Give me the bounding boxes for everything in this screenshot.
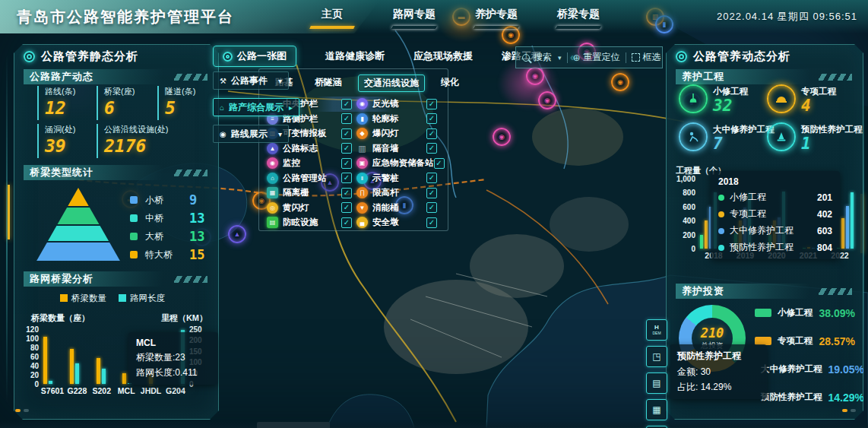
- map-marker[interactable]: ◉: [526, 67, 544, 85]
- 桥梁数量-bar[interactable]: [43, 337, 47, 384]
- nav-tab-养护专题[interactable]: 养护专题: [474, 8, 518, 29]
- map-marker[interactable]: ▲: [228, 225, 246, 243]
- stat-label: 涵洞(处): [45, 124, 75, 135]
- 专项工程-bar[interactable]: [705, 220, 708, 249]
- facility-tab-绿化[interactable]: 绿化: [436, 75, 464, 92]
- checkbox-反光镜[interactable]: ✓: [426, 99, 437, 109]
- facility-tab-桥隧涵[interactable]: 桥隧涵: [309, 75, 347, 92]
- axis-tick: 40: [22, 362, 39, 370]
- stat-value: 12: [45, 97, 75, 120]
- x-label: S202: [90, 387, 114, 396]
- checkbox-监控[interactable]: ✓: [341, 158, 352, 169]
- pagination-dots-right[interactable]: [842, 409, 856, 412]
- 路网长度-bar[interactable]: [75, 363, 79, 384]
- checkbox-爆闪灯[interactable]: ✓: [426, 128, 437, 139]
- series-value: 804: [817, 243, 832, 253]
- pagination-dots-left[interactable]: [15, 409, 29, 412]
- legend-row-大桥: 大桥13: [130, 227, 204, 246]
- caret-icon: ▸: [289, 103, 293, 112]
- checkbox-公路管理站[interactable]: ✓: [341, 173, 352, 183]
- checkbox-路侧护栏[interactable]: ✓: [341, 113, 352, 124]
- stat-value: 7: [713, 135, 775, 153]
- road-onemap-button[interactable]: 公路一张图: [213, 46, 296, 67]
- 消能桶-icon: ▼: [356, 202, 368, 214]
- nav-active-underline: [474, 26, 519, 29]
- section-maintenance-projects: 养护工程: [676, 69, 854, 84]
- right-axis-label: 里程（KM）: [161, 312, 207, 324]
- 桥梁数量-bar[interactable]: [97, 358, 100, 384]
- reset-position-button[interactable]: ⊕ 重置定位: [573, 51, 620, 64]
- checkbox-应急物资储备站[interactable]: ✓: [434, 158, 445, 169]
- investment-legend-专项工程: 专项工程28.57%: [755, 327, 855, 355]
- 桥梁数量-bar[interactable]: [122, 373, 126, 384]
- marquee-select-button[interactable]: 框选: [632, 51, 661, 64]
- checkbox-公路标志[interactable]: ✓: [341, 143, 352, 154]
- x-label: S7601: [40, 387, 65, 396]
- tool-text: H: [654, 325, 659, 331]
- map-search-bar: 搜索 ▾ ⊕ 重置定位 框选: [515, 46, 663, 68]
- dem-layer-button[interactable]: HDEM: [646, 319, 667, 341]
- checkbox-可变情报板[interactable]: ✓: [341, 128, 352, 139]
- checkbox-防眩设施[interactable]: ✓: [341, 217, 352, 228]
- buildings-layer-button[interactable]: ▦: [646, 399, 667, 420]
- pyramid-slice: [36, 208, 121, 224]
- axis-tick: 0: [673, 245, 695, 253]
- facility-label: 爆闪灯: [372, 128, 426, 139]
- stat-value: 32: [713, 97, 748, 115]
- map-button-应急现场救援[interactable]: 应急现场救援: [413, 49, 473, 63]
- stat-value: 1: [801, 135, 863, 153]
- checkbox-隔音墙[interactable]: ✓: [426, 143, 437, 154]
- legend-row-小桥: 小桥9: [130, 191, 204, 209]
- facility-item: ▦隔离栅✓: [267, 187, 356, 198]
- checkbox-黄闪灯[interactable]: ✓: [341, 202, 352, 213]
- 大中修养护工程-bar[interactable]: [846, 206, 849, 249]
- 预防性养护工程-bar[interactable]: [851, 192, 854, 249]
- checkbox-隔离栅[interactable]: ✓: [341, 188, 352, 198]
- stat-小修工程: 小修工程32: [679, 84, 748, 115]
- search-icon: [522, 54, 530, 62]
- 路网长度-bar[interactable]: [49, 381, 52, 384]
- dropdown-路产综合展示[interactable]: ⌂路产综合展示▸: [213, 98, 299, 116]
- divider: [626, 52, 626, 63]
- 专项工程-bar[interactable]: [841, 218, 844, 249]
- cube-3d-button[interactable]: ◳: [646, 346, 667, 367]
- facility-label: 公路管理站: [283, 173, 341, 184]
- 路网长度-bar[interactable]: [102, 369, 106, 384]
- legend-percent: 19.05%: [828, 363, 864, 376]
- series-value: 603: [817, 226, 832, 236]
- bridge-type-legend: 小桥9中桥13大桥13特大桥15: [130, 191, 204, 264]
- static-analysis-panel: 公路管养静态分析 公路路产动态 路线(条)12桥梁(座)6隧道(条)5涵洞(处)…: [14, 44, 219, 420]
- dropdown-公路事件[interactable]: ⚒公路事件▾: [213, 71, 289, 90]
- 桥梁数量-bar[interactable]: [70, 349, 74, 384]
- nav-tab-label: 养护专题: [474, 8, 518, 21]
- frame-accent-left: [8, 185, 10, 239]
- checkbox-限高杆[interactable]: ✓: [426, 188, 437, 198]
- checkbox-中央护栏[interactable]: ✓: [341, 99, 352, 109]
- facility-label: 监控: [283, 157, 341, 169]
- nav-tab-路网专题[interactable]: 路网专题: [392, 8, 436, 29]
- checkbox-轮廓标[interactable]: ✓: [426, 113, 437, 124]
- stat-value: 39: [45, 135, 75, 158]
- bar-group-G228: [70, 349, 79, 384]
- map-marker[interactable]: ◉: [493, 128, 511, 146]
- x-label: JHDL: [139, 387, 163, 396]
- basemap-button[interactable]: ▤: [646, 373, 667, 394]
- series-dot: [718, 195, 724, 201]
- x-label: G204: [163, 387, 188, 396]
- stat-text: 小修工程32: [713, 84, 748, 115]
- facility-tab-交通沿线设施[interactable]: 交通沿线设施: [358, 75, 425, 92]
- 安全墩-icon: ▄: [356, 217, 368, 228]
- series-value: 402: [817, 209, 832, 220]
- dropdown-路线展示[interactable]: ◉路线展示▾: [213, 125, 289, 143]
- nav-tab-桥梁专题[interactable]: 桥梁专题: [556, 8, 600, 29]
- map-button-道路健康诊断[interactable]: 道路健康诊断: [325, 49, 385, 63]
- 小修工程-bar[interactable]: [700, 235, 703, 249]
- map-marker[interactable]: ◉: [538, 91, 556, 109]
- nav-tab-主页[interactable]: 主页: [310, 8, 354, 29]
- checkbox-消能桶[interactable]: ✓: [426, 202, 437, 213]
- map-marker[interactable]: ◉: [611, 73, 629, 91]
- series-name: 预防性养护工程: [730, 241, 812, 254]
- checkbox-安全墩[interactable]: ✓: [426, 217, 437, 228]
- checkbox-示警桩[interactable]: ✓: [426, 173, 437, 183]
- search-input[interactable]: 搜索 ▾: [534, 51, 562, 64]
